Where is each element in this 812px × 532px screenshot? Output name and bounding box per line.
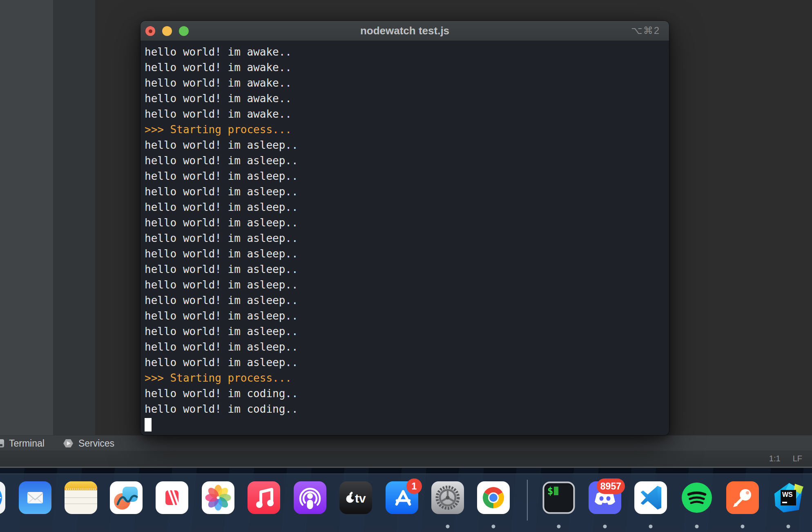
running-indicator-dot [492, 525, 495, 528]
terminal-line: hello world! im awake.. [145, 106, 669, 122]
terminal-line: hello world! im asleep.. [145, 184, 669, 199]
music-icon [248, 481, 280, 514]
dock-item-music[interactable] [248, 481, 280, 514]
services-hexagon-play-icon [63, 438, 74, 449]
running-indicator-dot [741, 525, 745, 528]
dock-item-apple-tv[interactable]: tv [339, 481, 372, 514]
toolwindow-terminal-button[interactable]: Terminal [0, 438, 45, 449]
dock-item-chrome[interactable] [477, 481, 510, 514]
terminal-line: >>> Starting process... [145, 370, 669, 386]
terminal-line: hello world! im coding.. [145, 401, 669, 417]
ide-project-panel [0, 0, 53, 435]
toolwindow-terminal-label: Terminal [9, 438, 45, 449]
dock-item-discord[interactable]: 8957 [589, 481, 621, 514]
running-indicator-dot [557, 525, 561, 528]
dock-item-system-settings[interactable] [431, 481, 464, 514]
ide-toolwindow-bar: Terminal Services [0, 435, 812, 451]
running-indicator-dot [446, 525, 450, 528]
freeform-icon [110, 481, 143, 514]
dock-item-mail[interactable] [19, 481, 51, 514]
dock-item-news[interactable] [156, 481, 188, 514]
spotify-icon [680, 481, 713, 514]
podcasts-icon [294, 481, 326, 514]
terminal-line: hello world! im asleep.. [145, 246, 669, 262]
dock-item-spotify[interactable] [680, 481, 713, 514]
caret-position-widget[interactable]: 1:1 [769, 454, 781, 463]
terminal-block-cursor [145, 418, 152, 431]
mail-icon [19, 481, 51, 514]
dock-item-safari[interactable] [0, 481, 5, 514]
dock-item-vscode[interactable] [634, 481, 667, 514]
terminal-line: >>> Starting process... [145, 122, 669, 137]
system-settings-icon [431, 481, 464, 514]
webstorm-icon: WS [772, 481, 805, 514]
dock-item-notes[interactable] [65, 481, 97, 514]
dock-item-podcasts[interactable] [294, 481, 326, 514]
window-shortcut-hint: ⌥⌘2 [631, 25, 660, 36]
terminal-line: hello world! im awake.. [145, 44, 669, 60]
toolwindow-services-label: Services [78, 438, 114, 449]
dock-item-postman[interactable] [726, 481, 759, 514]
dock-item-webstorm[interactable]: WS [772, 481, 805, 514]
terminal-line: hello world! im coding.. [145, 386, 669, 401]
notification-badge: 1 [406, 478, 422, 494]
ide-status-bar: 1:1 LF [0, 451, 812, 468]
running-indicator-dot [787, 525, 790, 528]
dock-item-photos[interactable] [202, 481, 234, 514]
toolwindow-services-button[interactable]: Services [63, 438, 114, 449]
safari-icon [0, 481, 5, 514]
terminal-line: hello world! im asleep.. [145, 308, 669, 324]
terminal-cursor-line [145, 417, 669, 432]
terminal-line: hello world! im asleep.. [145, 339, 669, 355]
ide-secondary-panel [53, 0, 96, 435]
svg-text:WS: WS [782, 491, 793, 498]
svg-text:tv: tv [355, 492, 366, 505]
svg-text:$: $ [547, 485, 553, 497]
terminal-line: hello world! im asleep.. [145, 277, 669, 293]
desktop: Terminal Services 1:1 LF nodewatch test.… [0, 0, 812, 532]
terminal-icon: $ [542, 481, 575, 514]
window-title: nodewatch test.js [141, 25, 669, 37]
terminal-output-area[interactable]: hello world! im awake..hello world! im a… [141, 41, 669, 435]
postman-icon [726, 481, 759, 514]
chrome-icon [477, 481, 510, 514]
terminal-line: hello world! im asleep.. [145, 215, 669, 230]
dock-item-freeform[interactable] [110, 481, 143, 514]
terminal-tool-icon [0, 439, 4, 447]
dock-item-app-store[interactable]: 1 [386, 481, 418, 514]
notification-badge: 8957 [597, 478, 625, 494]
dock-divider [527, 480, 528, 521]
terminal-line: hello world! im awake.. [145, 75, 669, 91]
terminal-line: hello world! im asleep.. [145, 153, 669, 168]
terminal-line: hello world! im asleep.. [145, 230, 669, 246]
running-indicator-dot [695, 525, 699, 528]
terminal-line: hello world! im asleep.. [145, 355, 669, 370]
dock-item-terminal[interactable]: $ [542, 481, 575, 514]
terminal-line: hello world! im asleep.. [145, 324, 669, 339]
terminal-line: hello world! im asleep.. [145, 137, 669, 153]
terminal-titlebar[interactable]: nodewatch test.js ⌥⌘2 [141, 21, 669, 41]
vscode-icon [634, 481, 667, 514]
terminal-line: hello world! im asleep.. [145, 168, 669, 184]
line-ending-widget[interactable]: LF [793, 454, 802, 463]
terminal-line: hello world! im asleep.. [145, 262, 669, 277]
terminal-window: nodewatch test.js ⌥⌘2 hello world! im aw… [141, 21, 669, 435]
notes-icon [65, 481, 97, 514]
running-indicator-dot [649, 525, 653, 528]
terminal-line: hello world! im asleep.. [145, 199, 669, 215]
terminal-line: hello world! im asleep.. [145, 293, 669, 308]
news-icon [156, 481, 188, 514]
dock: tv 1 $ 8957 WS [0, 474, 812, 532]
apple-tv-icon: tv [339, 481, 372, 514]
photos-icon [202, 481, 234, 514]
terminal-line: hello world! im awake.. [145, 60, 669, 75]
terminal-line: hello world! im awake.. [145, 91, 669, 106]
running-indicator-dot [603, 525, 607, 528]
